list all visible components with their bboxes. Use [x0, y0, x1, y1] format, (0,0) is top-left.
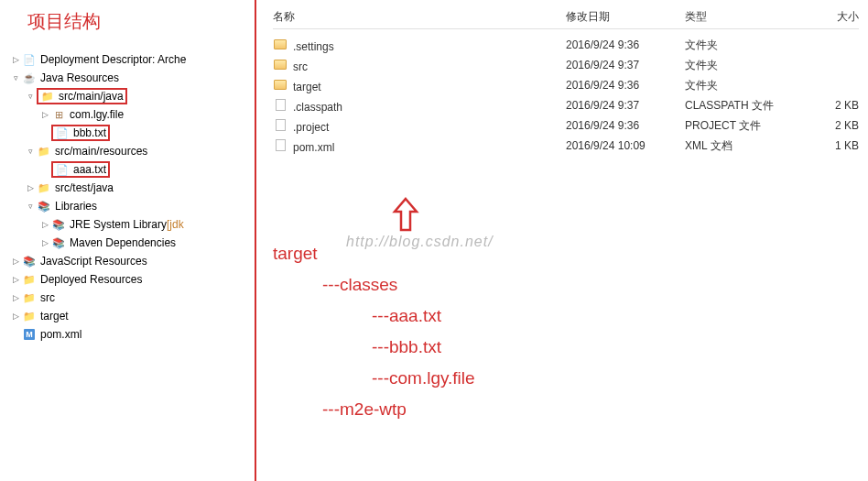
tree-label: JavaScript Resources — [40, 255, 147, 268]
vertical-divider — [255, 0, 256, 481]
collapse-icon[interactable]: ▿ — [26, 92, 35, 101]
folder-icon — [274, 60, 287, 70]
explorer-pane: 名称 修改日期 类型 大小 .settings2016/9/24 9:36文件夹… — [264, 0, 868, 481]
tree-item-package[interactable]: ▷ ⊞ com.lgy.file — [9, 105, 247, 124]
folder-icon: 📁 — [22, 272, 37, 287]
tree-item-src-test-java[interactable]: ▷ 📁 src/test/java — [9, 179, 247, 197]
explorer-row[interactable]: pom.xml2016/9/24 10:09XML 文档1 KB — [273, 136, 859, 156]
file-date: 2016/9/24 9:37 — [566, 99, 685, 112]
file-date: 2016/9/24 9:36 — [566, 119, 685, 132]
highlight-box: 📁 src/main/java — [37, 88, 127, 104]
tree-item-jre[interactable]: ▷ 📚 JRE System Library [jdk — [9, 215, 247, 234]
tree-label: Maven Dependencies — [70, 236, 176, 249]
expand-icon[interactable]: ▷ — [40, 220, 49, 229]
file-name: .settings — [293, 39, 334, 52]
jre-library-icon: 📚 — [51, 217, 66, 232]
watermark-text: http://blog.csdn.net/ — [346, 234, 494, 250]
source-folder-icon: 📁 — [40, 89, 55, 104]
column-header-name[interactable]: 名称 — [273, 9, 566, 25]
tree-item-maven-deps[interactable]: ▷ 📚 Maven Dependencies — [9, 234, 247, 252]
expand-icon[interactable]: ▷ — [11, 293, 20, 302]
file-size: 2 KB — [804, 99, 859, 112]
file-date: 2016/9/24 10:09 — [566, 139, 685, 152]
file-name: .classpath — [293, 101, 342, 114]
tree-label: pom.xml — [40, 328, 81, 341]
folder-icon: 📁 — [22, 309, 37, 323]
source-folder-icon: 📁 — [37, 180, 51, 195]
expand-icon[interactable]: ▷ — [40, 110, 49, 119]
file-icon — [276, 99, 286, 111]
explorer-row[interactable]: .settings2016/9/24 9:36文件夹 — [273, 35, 859, 55]
tree-label: JRE System Library — [70, 218, 167, 231]
pane-title: 项目结构 — [27, 9, 247, 34]
tree-item-libraries[interactable]: ▿ 📚 Libraries — [9, 197, 247, 215]
expand-icon[interactable]: ▷ — [11, 55, 20, 64]
tree-item-src-main-java[interactable]: ▿ 📁 src/main/java — [9, 87, 247, 105]
tree-label: src/main/resources — [55, 145, 147, 158]
column-header-size[interactable]: 大小 — [804, 9, 859, 25]
file-size: 2 KB — [804, 119, 859, 132]
tree-item-deployed-resources[interactable]: ▷ 📁 Deployed Resources — [9, 270, 247, 289]
expand-icon[interactable]: ▷ — [11, 312, 20, 321]
explorer-row[interactable]: target2016/9/24 9:36文件夹 — [273, 75, 859, 95]
tree-item-bbb-txt[interactable]: 📄 bbb.txt — [9, 124, 247, 142]
expand-icon[interactable]: ▷ — [26, 183, 35, 192]
file-icon — [276, 119, 286, 131]
folder-icon — [274, 80, 287, 90]
tree-item-deploy-descriptor[interactable]: ▷ 📄 Deployment Descriptor: Arche — [9, 50, 247, 69]
file-date: 2016/9/24 9:36 — [566, 38, 685, 51]
tree-label: Libraries — [55, 200, 97, 213]
tree-label: target — [40, 310, 69, 322]
explorer-row[interactable]: .project2016/9/24 9:36PROJECT 文件2 KB — [273, 115, 859, 136]
tree-item-src[interactable]: ▷ 📁 src — [9, 289, 247, 307]
expand-icon[interactable]: ▷ — [11, 275, 20, 284]
column-header-type[interactable]: 类型 — [685, 9, 804, 25]
tree-item-java-resources[interactable]: ▿ ☕ Java Resources — [9, 69, 247, 87]
expand-icon[interactable]: ▷ — [11, 257, 20, 266]
tree-label: Java Resources — [40, 71, 119, 84]
expand-icon[interactable]: ▷ — [40, 238, 49, 247]
tree-label: src/test/java — [55, 181, 114, 194]
file-type: 文件夹 — [685, 78, 804, 93]
target-structure-text: target ---classes ---aaa.txt ---bbb.txt … — [273, 238, 859, 425]
tree-item-src-main-resources[interactable]: ▿ 📁 src/main/resources — [9, 142, 247, 160]
deploy-icon: 📄 — [22, 52, 37, 67]
tree-label: Deployment Descriptor: Arche — [40, 53, 186, 66]
folder-icon — [274, 39, 287, 49]
explorer-row[interactable]: src2016/9/24 9:37文件夹 — [273, 55, 859, 75]
file-date: 2016/9/24 9:36 — [566, 79, 685, 92]
maven-library-icon: 📚 — [51, 235, 66, 250]
target-line: ---m2e-wtp — [273, 394, 859, 425]
collapse-icon[interactable]: ▿ — [26, 202, 35, 211]
target-line: ---com.lgy.file — [273, 363, 859, 394]
project-tree: ▷ 📄 Deployment Descriptor: Arche ▿ ☕ Jav… — [9, 50, 247, 344]
file-name: src — [293, 60, 308, 72]
tree-item-pom-xml[interactable]: M pom.xml — [9, 325, 247, 344]
project-tree-pane: 项目结构 ▷ 📄 Deployment Descriptor: Arche ▿ … — [0, 0, 247, 481]
file-date: 2016/9/24 9:37 — [566, 59, 685, 71]
file-name: pom.xml — [293, 141, 334, 154]
xml-file-icon — [276, 139, 286, 151]
target-line: ---bbb.txt — [273, 332, 859, 363]
target-line: ---classes — [273, 269, 859, 301]
collapse-icon[interactable]: ▿ — [26, 147, 35, 156]
file-size: 1 KB — [804, 139, 859, 152]
tree-item-js-resources[interactable]: ▷ 📚 JavaScript Resources — [9, 252, 247, 270]
js-resources-icon: 📚 — [22, 254, 37, 268]
tree-item-aaa-txt[interactable]: 📄 aaa.txt — [9, 160, 247, 179]
tree-label: aaa.txt — [73, 163, 106, 176]
target-line: ---aaa.txt — [273, 301, 859, 332]
package-icon: ⊞ — [51, 107, 66, 122]
column-header-date[interactable]: 修改日期 — [566, 9, 685, 25]
tree-item-target[interactable]: ▷ 📁 target — [9, 307, 247, 325]
maven-pom-icon: M — [22, 327, 37, 342]
highlight-box: 📄 aaa.txt — [51, 161, 110, 178]
java-resources-icon: ☕ — [22, 71, 37, 85]
tree-label: src — [40, 291, 55, 304]
text-file-icon: 📄 — [55, 162, 70, 177]
explorer-row[interactable]: .classpath2016/9/24 9:37CLASSPATH 文件2 KB — [273, 95, 859, 115]
tree-label: Deployed Resources — [40, 273, 142, 286]
collapse-icon[interactable]: ▿ — [11, 73, 20, 82]
file-type: CLASSPATH 文件 — [685, 98, 804, 114]
file-type: XML 文档 — [685, 138, 804, 154]
